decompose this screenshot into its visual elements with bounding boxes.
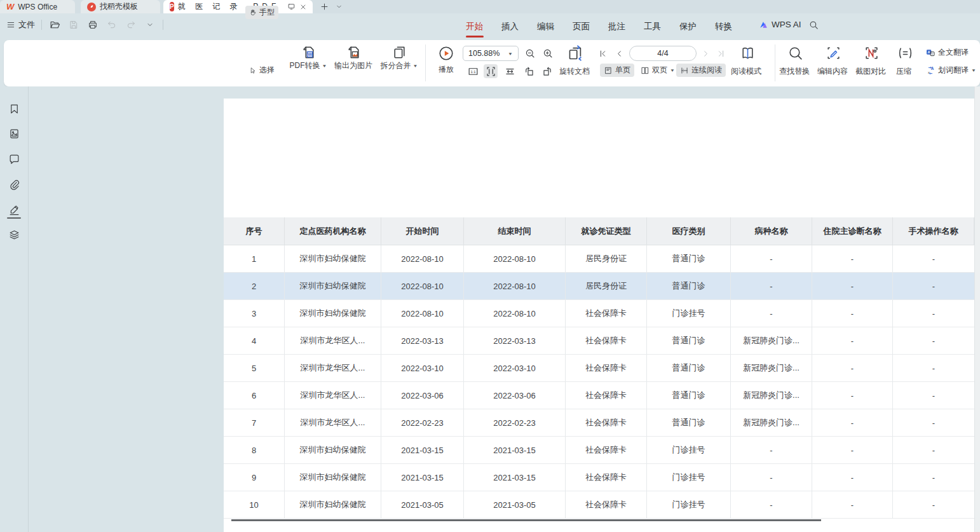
- left-panel-rail: [0, 86, 29, 532]
- thumbnail-icon[interactable]: [8, 128, 20, 140]
- comment-icon[interactable]: [8, 153, 20, 165]
- menu-tab-保护[interactable]: 保护: [679, 15, 697, 39]
- export-as-image-button[interactable]: 输出为图片: [332, 44, 375, 71]
- word-translate-button[interactable]: x A 划词翻译▼: [922, 64, 980, 77]
- open-file-icon[interactable]: [48, 18, 61, 31]
- more-actions-chevron-icon[interactable]: [144, 18, 156, 31]
- rotate-document-icon[interactable]: [567, 44, 584, 62]
- tab-document[interactable]: P 就 医 记 录 .PDF: [163, 0, 313, 13]
- play-button[interactable]: 播放: [433, 45, 459, 75]
- menu-search-icon[interactable]: [808, 20, 819, 31]
- chevron-down-icon: ▼: [508, 51, 513, 55]
- svg-text:1:1: 1:1: [470, 70, 475, 74]
- table-cell: 普通门诊: [647, 245, 731, 273]
- wps-ai-button[interactable]: WPS AI: [759, 20, 801, 29]
- pdf-page: 序号定点医药机构名称开始时间结束时间就诊凭证类型医疗类别病种名称住院主诊断名称手…: [224, 99, 974, 532]
- actual-size-button[interactable]: 1:1: [466, 64, 480, 78]
- read-mode-icon[interactable]: [740, 45, 756, 61]
- bookmark-icon[interactable]: [8, 103, 20, 115]
- column-header: 病种名称: [731, 217, 812, 245]
- last-page-icon[interactable]: [714, 47, 727, 60]
- file-menu-button[interactable]: 文件: [6, 19, 35, 31]
- find-replace-label[interactable]: 查找替换: [779, 66, 810, 77]
- fit-page-button[interactable]: [484, 64, 498, 78]
- tab-wps-office[interactable]: W WPS Office: [0, 0, 75, 13]
- page-number-input[interactable]: 4/4: [629, 46, 697, 61]
- menu-tab-转换[interactable]: 转换: [715, 15, 732, 39]
- table-cell: 2021-03-15: [464, 437, 566, 464]
- table-cell: 2022-03-10: [381, 355, 464, 382]
- table-cell: 社会保障卡: [566, 300, 647, 327]
- table-cell: -: [731, 273, 812, 300]
- table-cell: 新冠肺炎门诊...: [731, 327, 812, 355]
- table-cell: -: [812, 491, 893, 519]
- table-row: 7深圳市龙华区人...2022-02-232022-02-23社会保障卡普通门诊…: [224, 409, 974, 437]
- compress-label[interactable]: 压缩: [896, 66, 911, 77]
- redo-icon[interactable]: [125, 18, 137, 31]
- table-cell: 2022-08-10: [381, 300, 464, 327]
- full-text-translate-button[interactable]: A 文 全文翻译: [922, 46, 972, 59]
- table-cell: -: [731, 464, 812, 491]
- table-cell: 2022-03-13: [381, 327, 464, 355]
- zoom-out-icon[interactable]: [523, 46, 537, 60]
- zoom-level-select[interactable]: 105.88%▼: [463, 46, 519, 61]
- tab-docer-template[interactable]: 找稻壳模板: [81, 0, 160, 13]
- compress-icon[interactable]: [897, 45, 913, 61]
- undo-icon[interactable]: [105, 18, 118, 31]
- menu-tab-工具[interactable]: 工具: [644, 15, 661, 39]
- next-page-icon[interactable]: [699, 47, 712, 60]
- play-icon: [438, 45, 454, 62]
- monitor-icon[interactable]: [287, 3, 296, 11]
- zoom-in-icon[interactable]: [541, 46, 555, 60]
- table-cell: -: [893, 382, 974, 409]
- rotate-left-icon[interactable]: [522, 64, 536, 78]
- read-mode-label[interactable]: 阅读模式: [731, 66, 761, 77]
- table-cell: -: [812, 327, 893, 355]
- attachment-icon[interactable]: [8, 179, 20, 191]
- save-icon[interactable]: [67, 18, 80, 31]
- table-cell: 普通门诊: [647, 382, 731, 409]
- fit-width-button[interactable]: [503, 64, 517, 78]
- table-row: 5深圳市龙华区人...2022-03-102022-03-10社会保障卡普通门诊…: [224, 355, 974, 382]
- continuous-reading-button[interactable]: 连续阅读: [676, 64, 726, 77]
- tab-list-chevron-icon[interactable]: [336, 0, 343, 13]
- vertical-scrollbar[interactable]: [974, 86, 980, 532]
- menu-tab-开始[interactable]: 开始: [466, 15, 483, 39]
- print-icon[interactable]: [86, 18, 99, 31]
- signature-icon[interactable]: [8, 204, 20, 216]
- table-cell: 社会保障卡: [566, 355, 647, 382]
- select-tool-button[interactable]: 选择: [245, 64, 278, 77]
- first-page-icon[interactable]: [596, 47, 609, 60]
- new-tab-button[interactable]: [320, 0, 329, 13]
- menu-tab-编辑[interactable]: 编辑: [537, 15, 554, 39]
- single-page-button[interactable]: 单页: [600, 64, 634, 77]
- rotate-document-label[interactable]: 旋转文档: [559, 66, 590, 77]
- hand-tool-button[interactable]: 手型: [245, 6, 278, 19]
- table-cell: 深圳市龙华区人...: [285, 409, 381, 437]
- find-replace-icon[interactable]: [787, 45, 803, 61]
- table-cell: 深圳市龙华区人...: [285, 355, 381, 382]
- table-cell: -: [893, 437, 974, 464]
- table-cell: 6: [224, 382, 285, 409]
- menu-tab-页面[interactable]: 页面: [573, 15, 590, 39]
- table-cell: 2022-08-10: [381, 245, 464, 273]
- table-cell: 普通门诊: [647, 355, 731, 382]
- screenshot-compare-icon[interactable]: [864, 45, 880, 61]
- previous-page-icon[interactable]: [613, 47, 625, 60]
- edit-content-label[interactable]: 编辑内容: [817, 66, 848, 77]
- screenshot-compare-label[interactable]: 截图对比: [855, 66, 886, 77]
- menu-tab-插入[interactable]: 插入: [501, 15, 519, 39]
- full-translate-icon: A 文: [925, 48, 936, 58]
- edit-content-icon[interactable]: [826, 45, 841, 61]
- split-merge-button[interactable]: 拆分合并▼: [378, 44, 421, 71]
- table-cell: 2022-08-10: [464, 245, 566, 273]
- table-cell: -: [812, 382, 893, 409]
- table-cell: -: [812, 300, 893, 327]
- pdf-convert-button[interactable]: W PDF转换▼: [287, 44, 329, 71]
- table-cell: 2022-08-10: [381, 273, 464, 300]
- double-page-button[interactable]: 双页▼: [637, 64, 679, 77]
- layers-icon[interactable]: [8, 229, 20, 241]
- rotate-right-icon[interactable]: [540, 64, 554, 78]
- menu-tab-批注[interactable]: 批注: [608, 15, 625, 39]
- close-tab-icon[interactable]: [299, 3, 307, 11]
